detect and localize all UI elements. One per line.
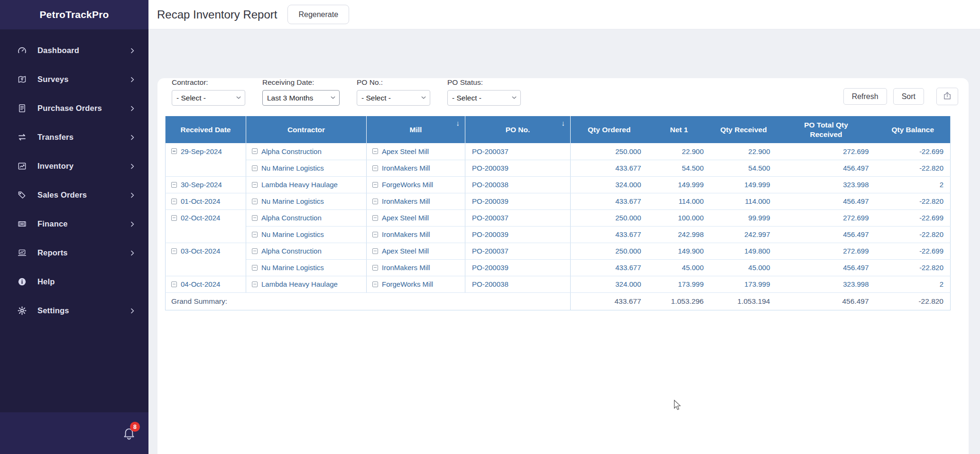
column-header-po-total-qty-received[interactable]: PO Total Qty Received	[777, 116, 876, 143]
sidebar-item-label: Transfers	[37, 133, 74, 142]
po-no-cell: PO-200037	[465, 143, 571, 160]
collapse-icon[interactable]	[372, 281, 378, 287]
contractor-cell: Alpha Construction	[246, 209, 367, 226]
column-header-received-date[interactable]: Received Date	[166, 116, 246, 143]
table-row[interactable]: Nu Marine LogisticsIronMakers MillPO-200…	[166, 259, 951, 276]
po-total-qty-received-cell: 272.699	[777, 243, 876, 259]
sort-desc-icon: ↓	[456, 119, 460, 127]
sidebar-item-label: Surveys	[37, 75, 69, 84]
sidebar-item-transfers[interactable]: Transfers	[0, 123, 148, 152]
collapse-icon[interactable]	[171, 148, 177, 154]
qty-balance-cell: 2	[876, 276, 951, 292]
sales-orders-icon	[17, 190, 27, 200]
sidebar-item-reports[interactable]: Reports	[0, 238, 148, 267]
column-header-qty-ordered[interactable]: Qty Ordered	[571, 116, 648, 143]
collapse-icon[interactable]	[252, 248, 258, 254]
qty-received-cell: 45.000	[711, 259, 777, 276]
sidebar-nav: DashboardSurveysPurchase OrdersTransfers…	[0, 29, 148, 412]
contractor-select[interactable]: - Select -	[172, 90, 245, 106]
net1-cell: 149.900	[648, 243, 711, 259]
column-header-qty-received[interactable]: Qty Received	[711, 116, 777, 143]
net1-cell: 45.000	[648, 259, 711, 276]
sidebar-item-settings[interactable]: Settings	[0, 296, 148, 325]
notifications-button[interactable]: 8	[122, 426, 136, 440]
grand-summary-label: Grand Summary:	[166, 292, 571, 310]
sidebar-item-dashboard[interactable]: Dashboard	[0, 36, 148, 65]
collapse-icon[interactable]	[252, 182, 258, 188]
app-root: PetroTrackPro DashboardSurveysPurchase O…	[0, 0, 980, 454]
column-header-qty-balance[interactable]: Qty Balance	[876, 116, 951, 143]
collapse-icon[interactable]	[372, 232, 378, 237]
table-row[interactable]: 03-Oct-2024Alpha ConstructionApex Steel …	[166, 243, 951, 259]
refresh-button[interactable]: Refresh	[843, 88, 887, 105]
app-logo: PetroTrackPro	[0, 0, 148, 29]
table-row[interactable]: 04-Oct-2024Lambda Heavy HaulageForgeWork…	[166, 276, 951, 292]
sidebar-item-sales-orders[interactable]: Sales Orders	[0, 181, 148, 209]
collapse-icon[interactable]	[252, 215, 258, 221]
grand-summary-row: Grand Summary:433.6771.053.2961.053.1944…	[166, 292, 951, 310]
table-row[interactable]: Nu Marine LogisticsIronMakers MillPO-200…	[166, 226, 951, 243]
column-header-po-no[interactable]: PO No.↓	[465, 116, 571, 143]
collapse-icon[interactable]	[171, 215, 177, 221]
qty-balance-cell: -22.820	[876, 193, 951, 209]
po-status-select[interactable]: - Select -	[447, 90, 521, 106]
export-button[interactable]	[936, 88, 958, 105]
table-row[interactable]: 30-Sep-2024Lambda Heavy HaulageForgeWork…	[166, 176, 951, 193]
collapse-icon[interactable]	[372, 182, 378, 188]
collapse-icon[interactable]	[252, 148, 258, 154]
collapse-icon[interactable]	[171, 199, 177, 204]
qty-ordered-cell: 324.000	[571, 276, 648, 292]
column-header-net-1[interactable]: Net 1	[648, 116, 711, 143]
chevron-right-icon	[129, 307, 136, 315]
chevron-right-icon	[129, 134, 136, 141]
qty-ordered-cell: 433.677	[571, 259, 648, 276]
sidebar-item-inventory[interactable]: Inventory	[0, 152, 148, 181]
po-no-select[interactable]: - Select -	[357, 90, 430, 106]
collapse-icon[interactable]	[252, 199, 258, 204]
filter-label: Receiving Date:	[262, 78, 340, 87]
contractor-cell: Nu Marine Logistics	[246, 259, 367, 276]
sort-button[interactable]: Sort	[893, 88, 924, 105]
collapse-icon[interactable]	[171, 248, 177, 254]
collapse-icon[interactable]	[171, 182, 177, 188]
received-date-cell: 01-Oct-2024	[166, 193, 246, 209]
sidebar-item-surveys[interactable]: Surveys	[0, 65, 148, 94]
po-total-qty-received-cell: 272.699	[777, 209, 876, 226]
po-status-filter: PO Status:- Select -	[447, 78, 521, 106]
collapse-icon[interactable]	[372, 148, 378, 154]
sidebar-item-help[interactable]: Help	[0, 267, 148, 296]
collapse-icon[interactable]	[372, 165, 378, 171]
collapse-icon[interactable]	[252, 232, 258, 237]
mill-cell: Apex Steel Mill	[367, 209, 465, 226]
contractor-cell: Alpha Construction	[246, 143, 367, 160]
column-header-contractor[interactable]: Contractor	[246, 116, 367, 143]
po-no-cell: PO-200038	[465, 276, 571, 292]
collapse-icon[interactable]	[252, 281, 258, 287]
main-area: Recap Inventory Report Regenerate Refres…	[148, 0, 980, 454]
finance-icon	[17, 219, 27, 229]
po-no-filter: PO No.:- Select -	[357, 78, 430, 106]
chevron-right-icon	[129, 249, 136, 257]
receiving-date-select[interactable]: Last 3 Months	[262, 90, 340, 106]
collapse-icon[interactable]	[252, 265, 258, 271]
table-row[interactable]: 29-Sep-2024Alpha ConstructionApex Steel …	[166, 143, 951, 160]
mill-cell: Apex Steel Mill	[367, 143, 465, 160]
column-header-mill[interactable]: Mill↓	[367, 116, 465, 143]
sidebar-item-finance[interactable]: Finance	[0, 209, 148, 238]
collapse-icon[interactable]	[372, 215, 378, 221]
qty-received-cell: 22.900	[711, 143, 777, 160]
chevron-right-icon	[129, 163, 136, 170]
collapse-icon[interactable]	[252, 165, 258, 171]
collapse-icon[interactable]	[171, 281, 177, 287]
table-row[interactable]: Nu Marine LogisticsIronMakers MillPO-200…	[166, 160, 951, 176]
qty-balance-cell: -22.820	[876, 160, 951, 176]
collapse-icon[interactable]	[372, 265, 378, 271]
collapse-icon[interactable]	[372, 199, 378, 204]
report-table: Received DateContractorMill↓PO No.↓Qty O…	[165, 116, 951, 310]
table-row[interactable]: 01-Oct-2024Nu Marine LogisticsIronMakers…	[166, 193, 951, 209]
collapse-icon[interactable]	[372, 248, 378, 254]
received-date-cell: 30-Sep-2024	[166, 176, 246, 193]
table-row[interactable]: 02-Oct-2024Alpha ConstructionApex Steel …	[166, 209, 951, 226]
sidebar-item-purchase-orders[interactable]: Purchase Orders	[0, 94, 148, 123]
regenerate-button[interactable]: Regenerate	[287, 5, 349, 24]
